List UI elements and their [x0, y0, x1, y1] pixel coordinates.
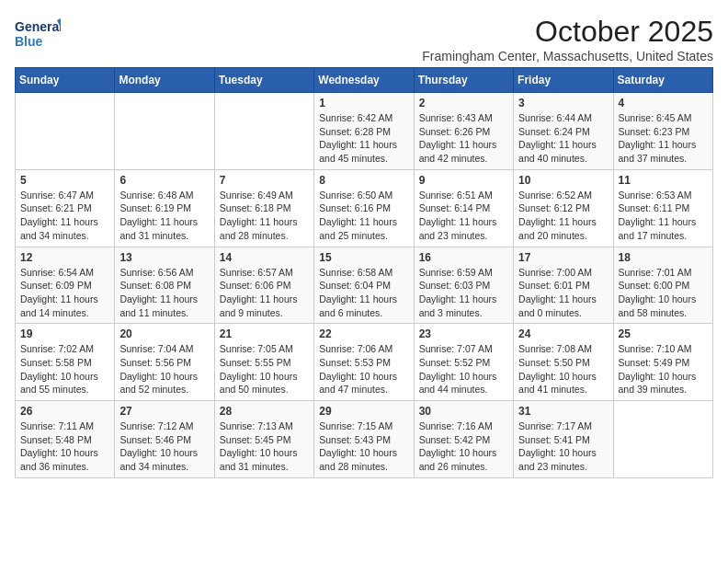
day-info: Sunrise: 6:50 AM Sunset: 6:16 PM Dayligh…: [319, 189, 408, 243]
day-cell: 20Sunrise: 7:04 AM Sunset: 5:56 PM Dayli…: [115, 324, 214, 401]
day-number: 23: [419, 327, 508, 340]
day-number: 11: [619, 174, 708, 187]
day-number: 6: [119, 174, 209, 187]
week-row-4: 19Sunrise: 7:02 AM Sunset: 5:58 PM Dayli…: [16, 324, 713, 401]
day-number: 8: [319, 174, 408, 187]
header-sunday: Sunday: [16, 68, 115, 93]
day-info: Sunrise: 6:56 AM Sunset: 6:08 PM Dayligh…: [119, 266, 209, 320]
day-number: 10: [518, 174, 608, 187]
header-wednesday: Wednesday: [314, 68, 414, 93]
week-row-5: 26Sunrise: 7:11 AM Sunset: 5:48 PM Dayli…: [16, 401, 713, 478]
header-tuesday: Tuesday: [214, 68, 313, 93]
day-number: 15: [319, 251, 408, 264]
day-info: Sunrise: 7:11 AM Sunset: 5:48 PM Dayligh…: [20, 419, 109, 474]
day-cell: 15Sunrise: 6:58 AM Sunset: 6:04 PM Dayli…: [314, 247, 414, 324]
day-cell: [16, 93, 115, 170]
day-info: Sunrise: 7:02 AM Sunset: 5:58 PM Dayligh…: [20, 342, 109, 396]
day-number: 7: [220, 174, 309, 187]
day-number: 25: [619, 327, 708, 340]
day-info: Sunrise: 7:10 AM Sunset: 5:49 PM Dayligh…: [619, 342, 708, 396]
day-info: Sunrise: 6:53 AM Sunset: 6:11 PM Dayligh…: [619, 189, 708, 243]
day-info: Sunrise: 6:49 AM Sunset: 6:18 PM Dayligh…: [220, 189, 309, 243]
day-number: 21: [220, 327, 309, 340]
day-info: Sunrise: 7:06 AM Sunset: 5:53 PM Dayligh…: [319, 342, 408, 396]
day-number: 24: [518, 327, 608, 340]
day-cell: 18Sunrise: 7:01 AM Sunset: 6:00 PM Dayli…: [613, 247, 712, 324]
day-info: Sunrise: 7:15 AM Sunset: 5:43 PM Dayligh…: [319, 419, 408, 474]
day-cell: 8Sunrise: 6:50 AM Sunset: 6:16 PM Daylig…: [314, 169, 414, 247]
day-number: 14: [220, 251, 309, 264]
day-cell: 2Sunrise: 6:43 AM Sunset: 6:26 PM Daylig…: [414, 93, 513, 170]
day-number: 4: [619, 97, 708, 109]
day-number: 5: [20, 174, 109, 187]
day-cell: 3Sunrise: 6:44 AM Sunset: 6:24 PM Daylig…: [514, 93, 613, 170]
day-cell: 21Sunrise: 7:05 AM Sunset: 5:55 PM Dayli…: [214, 324, 313, 401]
day-info: Sunrise: 6:54 AM Sunset: 6:09 PM Dayligh…: [20, 266, 109, 320]
day-info: Sunrise: 7:01 AM Sunset: 6:00 PM Dayligh…: [619, 266, 708, 320]
day-cell: 13Sunrise: 6:56 AM Sunset: 6:08 PM Dayli…: [115, 247, 214, 324]
day-cell: 5Sunrise: 6:47 AM Sunset: 6:21 PM Daylig…: [16, 169, 115, 247]
day-info: Sunrise: 6:47 AM Sunset: 6:21 PM Dayligh…: [20, 189, 109, 243]
day-cell: 25Sunrise: 7:10 AM Sunset: 5:49 PM Dayli…: [613, 324, 712, 401]
header-friday: Friday: [514, 68, 613, 93]
day-number: 16: [419, 251, 508, 264]
day-info: Sunrise: 6:58 AM Sunset: 6:04 PM Dayligh…: [319, 266, 408, 320]
week-row-3: 12Sunrise: 6:54 AM Sunset: 6:09 PM Dayli…: [16, 247, 713, 324]
day-info: Sunrise: 6:57 AM Sunset: 6:06 PM Dayligh…: [220, 266, 309, 320]
day-number: 27: [119, 405, 209, 418]
day-cell: 19Sunrise: 7:02 AM Sunset: 5:58 PM Dayli…: [16, 324, 115, 401]
day-cell: 26Sunrise: 7:11 AM Sunset: 5:48 PM Dayli…: [16, 401, 115, 478]
day-number: 31: [518, 405, 608, 418]
day-info: Sunrise: 6:44 AM Sunset: 6:24 PM Dayligh…: [518, 111, 608, 166]
day-cell: 28Sunrise: 7:13 AM Sunset: 5:45 PM Dayli…: [214, 401, 313, 478]
day-number: 26: [20, 405, 109, 418]
day-cell: [613, 401, 712, 478]
logo: General Blue: [15, 15, 61, 55]
day-cell: 17Sunrise: 7:00 AM Sunset: 6:01 PM Dayli…: [514, 247, 613, 324]
day-cell: 4Sunrise: 6:45 AM Sunset: 6:23 PM Daylig…: [613, 93, 712, 170]
day-info: Sunrise: 7:16 AM Sunset: 5:42 PM Dayligh…: [419, 419, 508, 474]
day-cell: 10Sunrise: 6:52 AM Sunset: 6:12 PM Dayli…: [514, 169, 613, 247]
day-info: Sunrise: 7:00 AM Sunset: 6:01 PM Dayligh…: [518, 266, 608, 320]
day-info: Sunrise: 7:07 AM Sunset: 5:52 PM Dayligh…: [419, 342, 508, 396]
day-cell: 22Sunrise: 7:06 AM Sunset: 5:53 PM Dayli…: [314, 324, 414, 401]
day-info: Sunrise: 6:52 AM Sunset: 6:12 PM Dayligh…: [518, 189, 608, 243]
day-number: 1: [319, 97, 408, 109]
title-block: October 2025 Framingham Center, Massachu…: [422, 15, 713, 63]
day-info: Sunrise: 7:05 AM Sunset: 5:55 PM Dayligh…: [220, 342, 309, 396]
day-info: Sunrise: 7:13 AM Sunset: 5:45 PM Dayligh…: [220, 419, 309, 474]
day-info: Sunrise: 6:51 AM Sunset: 6:14 PM Dayligh…: [419, 189, 508, 243]
day-info: Sunrise: 7:17 AM Sunset: 5:41 PM Dayligh…: [518, 419, 608, 474]
day-number: 17: [518, 251, 608, 264]
day-number: 13: [119, 251, 209, 264]
header-monday: Monday: [115, 68, 214, 93]
day-number: 3: [518, 97, 608, 109]
week-row-1: 1Sunrise: 6:42 AM Sunset: 6:28 PM Daylig…: [16, 93, 713, 170]
day-info: Sunrise: 6:59 AM Sunset: 6:03 PM Dayligh…: [419, 266, 508, 320]
day-info: Sunrise: 6:48 AM Sunset: 6:19 PM Dayligh…: [119, 189, 209, 243]
week-row-2: 5Sunrise: 6:47 AM Sunset: 6:21 PM Daylig…: [16, 169, 713, 247]
day-cell: 11Sunrise: 6:53 AM Sunset: 6:11 PM Dayli…: [613, 169, 712, 247]
day-cell: 7Sunrise: 6:49 AM Sunset: 6:18 PM Daylig…: [214, 169, 313, 247]
day-info: Sunrise: 7:04 AM Sunset: 5:56 PM Dayligh…: [119, 342, 209, 396]
day-info: Sunrise: 6:42 AM Sunset: 6:28 PM Dayligh…: [319, 111, 408, 166]
page-header: General Blue October 2025 Framingham Cen…: [15, 15, 713, 63]
day-cell: [115, 93, 214, 170]
day-cell: 9Sunrise: 6:51 AM Sunset: 6:14 PM Daylig…: [414, 169, 513, 247]
day-number: 12: [20, 251, 109, 264]
calendar-table: SundayMondayTuesdayWednesdayThursdayFrid…: [15, 67, 713, 478]
day-cell: 12Sunrise: 6:54 AM Sunset: 6:09 PM Dayli…: [16, 247, 115, 324]
day-info: Sunrise: 6:43 AM Sunset: 6:26 PM Dayligh…: [419, 111, 508, 166]
day-number: 22: [319, 327, 408, 340]
day-cell: 24Sunrise: 7:08 AM Sunset: 5:50 PM Dayli…: [514, 324, 613, 401]
month-title: October 2025: [422, 15, 713, 49]
day-cell: 14Sunrise: 6:57 AM Sunset: 6:06 PM Dayli…: [214, 247, 313, 324]
day-cell: 23Sunrise: 7:07 AM Sunset: 5:52 PM Dayli…: [414, 324, 513, 401]
svg-text:Blue: Blue: [15, 34, 43, 49]
day-cell: 16Sunrise: 6:59 AM Sunset: 6:03 PM Dayli…: [414, 247, 513, 324]
day-cell: 30Sunrise: 7:16 AM Sunset: 5:42 PM Dayli…: [414, 401, 513, 478]
day-info: Sunrise: 6:45 AM Sunset: 6:23 PM Dayligh…: [619, 111, 708, 166]
header-saturday: Saturday: [613, 68, 712, 93]
day-info: Sunrise: 7:12 AM Sunset: 5:46 PM Dayligh…: [119, 419, 209, 474]
calendar-header-row: SundayMondayTuesdayWednesdayThursdayFrid…: [16, 68, 713, 93]
